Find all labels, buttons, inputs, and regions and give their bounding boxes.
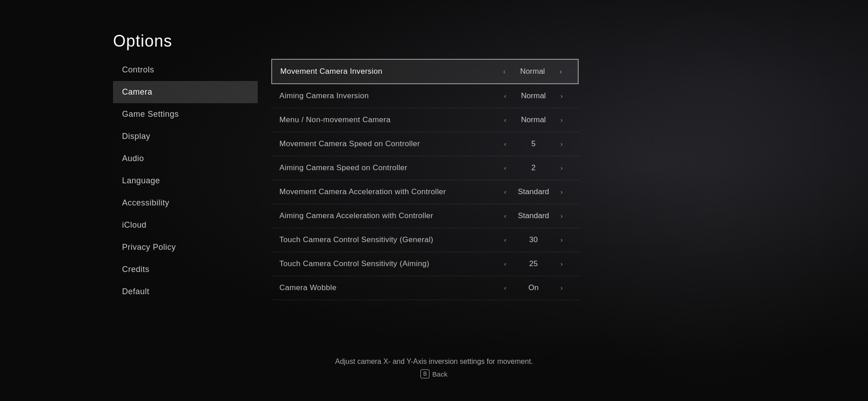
footer: Adjust camera X- and Y-Axis inversion se… <box>0 348 868 387</box>
back-button-icon[interactable]: B <box>420 369 429 378</box>
arrow-right-touch-camera-sensitivity-general[interactable]: › <box>557 234 566 245</box>
sidebar-item-credits[interactable]: Credits <box>113 258 258 281</box>
sidebar-item-privacy-policy[interactable]: Privacy Policy <box>113 236 258 258</box>
sidebar: ControlsCameraGame SettingsDisplayAudioL… <box>113 59 258 348</box>
setting-control-aiming-camera-inversion: ‹Normal› <box>488 84 579 108</box>
sidebar-item-default[interactable]: Default <box>113 281 258 303</box>
arrow-right-movement-camera-speed[interactable]: › <box>557 138 566 149</box>
footer-description: Adjust camera X- and Y-Axis inversion se… <box>9 358 859 366</box>
arrow-right-camera-wobble[interactable]: › <box>557 282 566 293</box>
setting-control-touch-camera-sensitivity-general: ‹30› <box>488 228 579 252</box>
setting-name-camera-wobble: Camera Wobble <box>271 277 488 299</box>
setting-row-touch-camera-sensitivity-aiming[interactable]: Touch Camera Control Sensitivity (Aiming… <box>271 252 579 276</box>
setting-name-movement-camera-speed: Movement Camera Speed on Controller <box>271 133 488 155</box>
arrow-right-movement-camera-inversion[interactable]: › <box>556 66 566 77</box>
setting-name-aiming-camera-speed: Aiming Camera Speed on Controller <box>271 157 488 179</box>
setting-control-touch-camera-sensitivity-aiming: ‹25› <box>488 252 579 276</box>
arrow-left-camera-wobble[interactable]: ‹ <box>500 282 510 293</box>
setting-value-aiming-camera-acceleration: Standard <box>515 211 552 220</box>
sidebar-item-language[interactable]: Language <box>113 170 258 192</box>
setting-control-aiming-camera-speed: ‹2› <box>488 156 579 180</box>
arrow-right-aiming-camera-inversion[interactable]: › <box>557 91 566 101</box>
setting-row-camera-wobble[interactable]: Camera Wobble‹On› <box>271 276 579 300</box>
setting-name-aiming-camera-inversion: Aiming Camera Inversion <box>271 85 488 107</box>
sidebar-item-accessibility[interactable]: Accessibility <box>113 192 258 214</box>
setting-row-aiming-camera-speed[interactable]: Aiming Camera Speed on Controller‹2› <box>271 156 579 180</box>
setting-control-menu-non-movement-camera: ‹Normal› <box>488 108 579 132</box>
setting-row-menu-non-movement-camera[interactable]: Menu / Non-movement Camera‹Normal› <box>271 108 579 132</box>
page-container: Options ControlsCameraGame SettingsDispl… <box>0 0 868 401</box>
sidebar-item-camera[interactable]: Camera <box>113 81 258 103</box>
setting-value-aiming-camera-inversion: Normal <box>515 91 552 100</box>
back-label: Back <box>432 370 447 378</box>
sidebar-item-controls[interactable]: Controls <box>113 59 258 81</box>
sidebar-item-icloud[interactable]: iCloud <box>113 214 258 236</box>
arrow-left-menu-non-movement-camera[interactable]: ‹ <box>500 115 510 125</box>
arrow-left-aiming-camera-acceleration[interactable]: ‹ <box>500 210 510 221</box>
page-title: Options <box>113 32 172 51</box>
setting-value-touch-camera-sensitivity-general: 30 <box>515 235 552 244</box>
setting-value-touch-camera-sensitivity-aiming: 25 <box>515 259 552 268</box>
setting-name-touch-camera-sensitivity-general: Touch Camera Control Sensitivity (Genera… <box>271 229 488 251</box>
sidebar-item-display[interactable]: Display <box>113 125 258 148</box>
arrow-right-movement-camera-acceleration[interactable]: › <box>557 186 566 197</box>
setting-name-touch-camera-sensitivity-aiming: Touch Camera Control Sensitivity (Aiming… <box>271 253 488 275</box>
setting-value-menu-non-movement-camera: Normal <box>515 115 552 124</box>
arrow-left-movement-camera-inversion[interactable]: ‹ <box>500 66 509 77</box>
arrow-left-aiming-camera-speed[interactable]: ‹ <box>500 162 510 173</box>
setting-value-camera-wobble: On <box>515 283 552 292</box>
arrow-right-menu-non-movement-camera[interactable]: › <box>557 115 566 125</box>
arrow-left-touch-camera-sensitivity-aiming[interactable]: ‹ <box>500 258 510 269</box>
footer-back-area: B Back <box>9 369 859 378</box>
arrow-left-touch-camera-sensitivity-general[interactable]: ‹ <box>500 234 510 245</box>
arrow-right-aiming-camera-acceleration[interactable]: › <box>557 210 566 221</box>
arrow-right-touch-camera-sensitivity-aiming[interactable]: › <box>557 258 566 269</box>
setting-value-movement-camera-speed: 5 <box>515 139 552 148</box>
settings-panel: Movement Camera Inversion‹Normal›Aiming … <box>271 59 579 348</box>
setting-row-movement-camera-speed[interactable]: Movement Camera Speed on Controller‹5› <box>271 132 579 156</box>
arrow-left-aiming-camera-inversion[interactable]: ‹ <box>500 91 510 101</box>
setting-control-aiming-camera-acceleration: ‹Standard› <box>488 204 579 228</box>
setting-value-movement-camera-inversion: Normal <box>514 67 551 76</box>
arrow-left-movement-camera-acceleration[interactable]: ‹ <box>500 186 510 197</box>
arrow-left-movement-camera-speed[interactable]: ‹ <box>500 138 510 149</box>
setting-control-movement-camera-inversion: ‹Normal› <box>487 60 578 83</box>
arrow-right-aiming-camera-speed[interactable]: › <box>557 162 566 173</box>
setting-row-movement-camera-acceleration[interactable]: Movement Camera Acceleration with Contro… <box>271 180 579 204</box>
setting-control-camera-wobble: ‹On› <box>488 276 579 300</box>
setting-row-aiming-camera-inversion[interactable]: Aiming Camera Inversion‹Normal› <box>271 84 579 108</box>
setting-value-aiming-camera-speed: 2 <box>515 163 552 172</box>
sidebar-item-game-settings[interactable]: Game Settings <box>113 103 258 125</box>
setting-row-aiming-camera-acceleration[interactable]: Aiming Camera Acceleration with Controll… <box>271 204 579 228</box>
setting-name-movement-camera-inversion: Movement Camera Inversion <box>272 61 487 82</box>
setting-name-movement-camera-acceleration: Movement Camera Acceleration with Contro… <box>271 181 488 203</box>
main-content: ControlsCameraGame SettingsDisplayAudioL… <box>0 0 868 348</box>
setting-row-touch-camera-sensitivity-general[interactable]: Touch Camera Control Sensitivity (Genera… <box>271 228 579 252</box>
setting-control-movement-camera-speed: ‹5› <box>488 132 579 156</box>
setting-value-movement-camera-acceleration: Standard <box>515 187 552 196</box>
setting-name-aiming-camera-acceleration: Aiming Camera Acceleration with Controll… <box>271 205 488 227</box>
sidebar-item-audio[interactable]: Audio <box>113 148 258 170</box>
setting-row-movement-camera-inversion[interactable]: Movement Camera Inversion‹Normal› <box>271 59 579 84</box>
setting-name-menu-non-movement-camera: Menu / Non-movement Camera <box>271 109 488 131</box>
setting-control-movement-camera-acceleration: ‹Standard› <box>488 180 579 204</box>
